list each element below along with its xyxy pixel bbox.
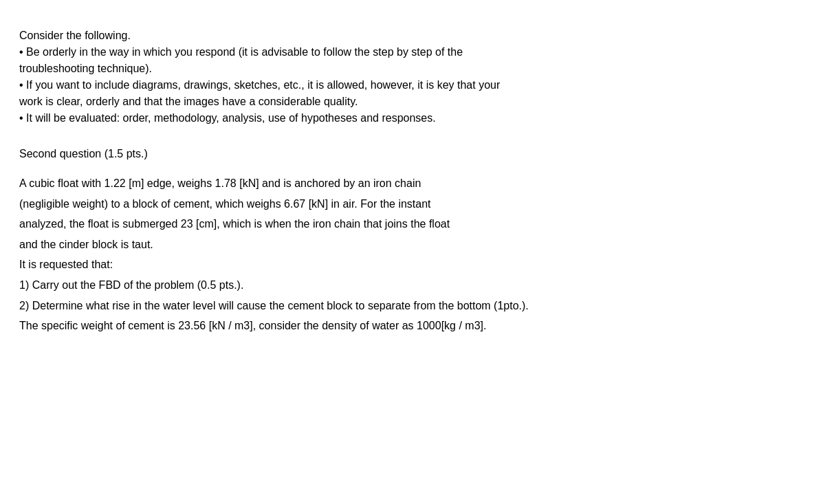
question-paragraph5: It is requested that: (19, 256, 804, 274)
instructions-section: Consider the following. • Be orderly in … (19, 28, 804, 127)
second-question-section: Second question (1.5 pts.) A cubic float… (19, 146, 804, 335)
question-title: Second question (1.5 pts.) (19, 146, 804, 162)
instructions-bullet2: • If you want to include diagrams, drawi… (19, 77, 804, 94)
question-body: A cubic float with 1.22 [m] edge, weighs… (19, 175, 804, 335)
instructions-bullet1b: troubleshooting technique). (19, 61, 804, 77)
question-paragraph3: analyzed, the float is submerged 23 [cm]… (19, 215, 804, 233)
question-item3: The specific weight of cement is 23.56 [… (19, 317, 804, 335)
instructions-bullet2b: work is clear, orderly and that the imag… (19, 94, 804, 110)
question-paragraph2: (negligible weight) to a block of cement… (19, 195, 804, 213)
question-item2: 2) Determine what rise in the water leve… (19, 297, 804, 315)
instructions-intro: Consider the following. (19, 28, 804, 44)
instructions-bullet3: • It will be evaluated: order, methodolo… (19, 110, 804, 127)
question-item1: 1) Carry out the FBD of the problem (0.5… (19, 276, 804, 294)
question-paragraph1: A cubic float with 1.22 [m] edge, weighs… (19, 175, 804, 193)
instructions-bullet1: • Be orderly in the way in which you res… (19, 44, 804, 61)
question-paragraph4: and the cinder block is taut. (19, 236, 804, 254)
page-content: Consider the following. • Be orderly in … (0, 0, 823, 365)
